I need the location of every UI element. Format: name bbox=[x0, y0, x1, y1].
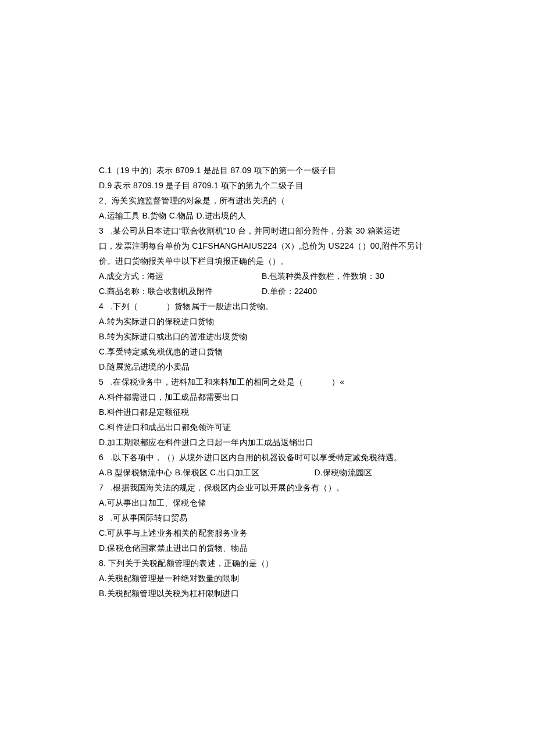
document-page: C.1（19 中的）表示 8709.1 是品目 87.09 项下的第一个一级子目… bbox=[0, 0, 535, 717]
option-row: C.商品名称：联合收割机及附件 D.单价：22400 bbox=[99, 284, 436, 299]
text-line: 口，发票注明每台单价为 C1FSHANGHAIUS224（X）,总价为 US22… bbox=[99, 238, 436, 253]
text-line: 5 .在保税业务中，进料加工和来料加工的相同之处是（ ）« bbox=[99, 374, 436, 389]
text-line: C.1（19 中的）表示 8709.1 是品目 87.09 项下的第一个一级子目 bbox=[99, 163, 436, 178]
text-line: A.运输工具 B.货物 C.物品 D.进出境的人 bbox=[99, 208, 436, 223]
text-line: 4 .下列（ ）货物属于一般进出口货物。 bbox=[99, 299, 436, 314]
text-line: D.随展览品进境的小卖品 bbox=[99, 359, 436, 374]
text-line: C.料件进口和成品出口都免领许可证 bbox=[99, 420, 436, 435]
option-row: A.成交方式：海运 B.包装种类及件数栏，件数填：30 bbox=[99, 268, 436, 284]
text-line: A.关税配额管理是一种绝对数量的限制 bbox=[99, 571, 436, 586]
text-line: 6 .以下各项中，（）从境外进口区内自用的机器设备时可以享受特定减免税待遇。 bbox=[99, 450, 436, 465]
text-line: 7 .根据我国海关法的规定，保税区内企业可以开展的业务有（）。 bbox=[99, 480, 436, 495]
option-d: D.单价：22400 bbox=[262, 284, 436, 299]
text-line: A.料件都需进口，加工成品都需要出口 bbox=[99, 389, 436, 404]
text-line: D.保税仓储国家禁止进出口的货物、物品 bbox=[99, 540, 436, 556]
text-line: 8. 下列关于关税配额管理的表述，正确的是（） bbox=[99, 556, 436, 571]
text-line: 8 .可从事国际转口贸易 bbox=[99, 510, 436, 525]
text-line: B.关税配额管理以关税为杠杆限制进口 bbox=[99, 586, 436, 601]
text-line: 3 .某公司从日本进口“联合收割机”10 台，并同时进口部分附件，分装 30 箱… bbox=[99, 223, 436, 238]
text-line: B.料件进口都是定额征税 bbox=[99, 404, 436, 420]
text-line: 2、海关实施监督管理的对象是，所有进出关境的（ bbox=[99, 193, 436, 208]
option-b: B.包装种类及件数栏，件数填：30 bbox=[262, 268, 436, 284]
text-line: A.可从事出口加工、保税仓储 bbox=[99, 495, 436, 510]
text-line: D.加工期限都应在料件进口之日起一年内加工成品返销出口 bbox=[99, 435, 436, 450]
option-c: C.商品名称：联合收割机及附件 bbox=[99, 284, 262, 299]
text-line: C.享受特定减免税优惠的进口货物 bbox=[99, 344, 436, 359]
text-line: B.转为实际进口或出口的暂准进出境货物 bbox=[99, 329, 436, 344]
option-a: A.成交方式：海运 bbox=[99, 268, 262, 284]
text-line: C.可从事与上述业务相关的配套服务业务 bbox=[99, 525, 436, 540]
text-line: D.9 表示 8709.19 是子目 8709.1 项下的第九个二级子目 bbox=[99, 178, 436, 193]
text-line: A.B 型保税物流中心 B.保税区 C.出口加工区 D.保税物流园区 bbox=[99, 465, 436, 480]
text-line: A.转为实际进口的保税进口货物 bbox=[99, 314, 436, 329]
text-line: 价。进口货物报关单中以下栏目填报正确的是（）。 bbox=[99, 253, 436, 268]
